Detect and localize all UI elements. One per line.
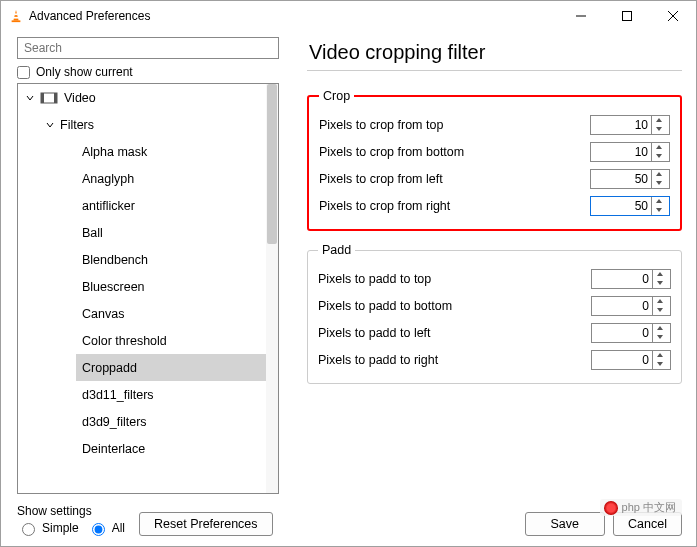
padd-row: Pixels to padd to left bbox=[318, 319, 671, 346]
tree-item[interactable]: Ball bbox=[76, 219, 266, 246]
svg-rect-9 bbox=[41, 93, 44, 103]
field-label: Pixels to padd to right bbox=[318, 353, 438, 367]
spin-up-icon[interactable] bbox=[653, 297, 666, 306]
show-settings-label: Show settings bbox=[17, 504, 125, 518]
crop-row: Pixels to crop from right bbox=[319, 192, 670, 219]
padd-group: Padd Pixels to padd to topPixels to padd… bbox=[307, 243, 682, 384]
only-show-current-checkbox[interactable] bbox=[17, 66, 30, 79]
svg-marker-24 bbox=[657, 335, 663, 339]
svg-marker-11 bbox=[656, 118, 662, 122]
spin-arrows[interactable] bbox=[652, 351, 666, 369]
svg-marker-18 bbox=[656, 208, 662, 212]
spin-up-icon[interactable] bbox=[653, 270, 666, 279]
spin-arrows[interactable] bbox=[651, 197, 665, 215]
spin-arrows[interactable] bbox=[651, 143, 665, 161]
padd-spinbox[interactable] bbox=[591, 269, 671, 289]
simple-radio[interactable]: Simple bbox=[17, 520, 79, 536]
padd-row: Pixels to padd to bottom bbox=[318, 292, 671, 319]
spin-up-icon[interactable] bbox=[652, 170, 665, 179]
svg-marker-23 bbox=[657, 326, 663, 330]
tree-item-label: Anaglyph bbox=[82, 172, 134, 186]
tree-item[interactable]: Canvas bbox=[76, 300, 266, 327]
scrollbar-thumb[interactable] bbox=[267, 84, 277, 244]
save-button[interactable]: Save bbox=[525, 512, 605, 536]
tree-item[interactable]: Blendbench bbox=[76, 246, 266, 273]
tree-item-label: Bluescreen bbox=[82, 280, 145, 294]
padd-spinbox[interactable] bbox=[591, 296, 671, 316]
spin-input[interactable] bbox=[591, 170, 651, 188]
tree-item[interactable]: d3d11_filters bbox=[76, 381, 266, 408]
spin-arrows[interactable] bbox=[652, 324, 666, 342]
tree-item[interactable]: Anaglyph bbox=[76, 165, 266, 192]
spin-arrows[interactable] bbox=[651, 170, 665, 188]
spin-down-icon[interactable] bbox=[652, 125, 665, 134]
window-controls bbox=[558, 1, 696, 31]
spin-up-icon[interactable] bbox=[653, 324, 666, 333]
spin-input[interactable] bbox=[591, 116, 651, 134]
spin-down-icon[interactable] bbox=[653, 333, 666, 342]
spin-down-icon[interactable] bbox=[653, 279, 666, 288]
all-radio[interactable]: All bbox=[87, 520, 125, 536]
svg-marker-20 bbox=[657, 281, 663, 285]
crop-row: Pixels to crop from top bbox=[319, 111, 670, 138]
spin-up-icon[interactable] bbox=[652, 197, 665, 206]
field-label: Pixels to crop from right bbox=[319, 199, 450, 213]
tree-item[interactable]: Croppadd bbox=[76, 354, 266, 381]
category-tree[interactable]: Video Filters Alpha maskAnaglyphantiflic… bbox=[17, 83, 279, 494]
window-title: Advanced Preferences bbox=[29, 9, 150, 23]
spin-down-icon[interactable] bbox=[652, 179, 665, 188]
svg-marker-16 bbox=[656, 181, 662, 185]
spin-arrows[interactable] bbox=[652, 297, 666, 315]
spin-input[interactable] bbox=[591, 143, 651, 161]
svg-marker-14 bbox=[656, 154, 662, 158]
padd-legend: Padd bbox=[318, 243, 355, 257]
spin-input[interactable] bbox=[592, 270, 652, 288]
svg-marker-17 bbox=[656, 199, 662, 203]
spin-input[interactable] bbox=[591, 197, 651, 215]
maximize-button[interactable] bbox=[604, 1, 650, 31]
crop-spinbox[interactable] bbox=[590, 169, 670, 189]
field-label: Pixels to padd to bottom bbox=[318, 299, 452, 313]
minimize-button[interactable] bbox=[558, 1, 604, 31]
spin-arrows[interactable] bbox=[652, 270, 666, 288]
spin-arrows[interactable] bbox=[651, 116, 665, 134]
padd-row: Pixels to padd to top bbox=[318, 265, 671, 292]
spin-input[interactable] bbox=[592, 324, 652, 342]
spin-down-icon[interactable] bbox=[652, 206, 665, 215]
reset-preferences-button[interactable]: Reset Preferences bbox=[139, 512, 273, 536]
tree-item[interactable]: Bluescreen bbox=[76, 273, 266, 300]
tree-item-label: Canvas bbox=[82, 307, 124, 321]
tree-item[interactable]: antiflicker bbox=[76, 192, 266, 219]
field-label: Pixels to padd to top bbox=[318, 272, 431, 286]
search-input[interactable] bbox=[17, 37, 279, 59]
spin-up-icon[interactable] bbox=[652, 143, 665, 152]
spin-input[interactable] bbox=[592, 297, 652, 315]
video-icon bbox=[40, 91, 58, 105]
spin-up-icon[interactable] bbox=[653, 351, 666, 360]
spin-up-icon[interactable] bbox=[652, 116, 665, 125]
svg-marker-21 bbox=[657, 299, 663, 303]
spin-input[interactable] bbox=[592, 351, 652, 369]
crop-spinbox[interactable] bbox=[590, 196, 670, 216]
page-title: Video cropping filter bbox=[307, 37, 682, 70]
close-button[interactable] bbox=[650, 1, 696, 31]
padd-spinbox[interactable] bbox=[591, 350, 671, 370]
field-label: Pixels to crop from bottom bbox=[319, 145, 464, 159]
tree-item[interactable]: Color threshold bbox=[76, 327, 266, 354]
tree-scrollbar[interactable] bbox=[266, 84, 278, 493]
padd-spinbox[interactable] bbox=[591, 323, 671, 343]
spin-down-icon[interactable] bbox=[653, 360, 666, 369]
spin-down-icon[interactable] bbox=[652, 152, 665, 161]
tree-item[interactable]: d3d9_filters bbox=[76, 408, 266, 435]
crop-spinbox[interactable] bbox=[590, 115, 670, 135]
tree-item[interactable]: Alpha mask bbox=[76, 138, 266, 165]
tree-item-label: Deinterlace bbox=[82, 442, 145, 456]
svg-rect-3 bbox=[14, 17, 19, 19]
tree-item-label: d3d11_filters bbox=[82, 388, 154, 402]
tree-item-video[interactable]: Video bbox=[18, 84, 266, 111]
crop-spinbox[interactable] bbox=[590, 142, 670, 162]
tree-item-filters[interactable]: Filters bbox=[38, 111, 266, 138]
spin-down-icon[interactable] bbox=[653, 306, 666, 315]
svg-rect-10 bbox=[54, 93, 57, 103]
tree-item[interactable]: Deinterlace bbox=[76, 435, 266, 462]
